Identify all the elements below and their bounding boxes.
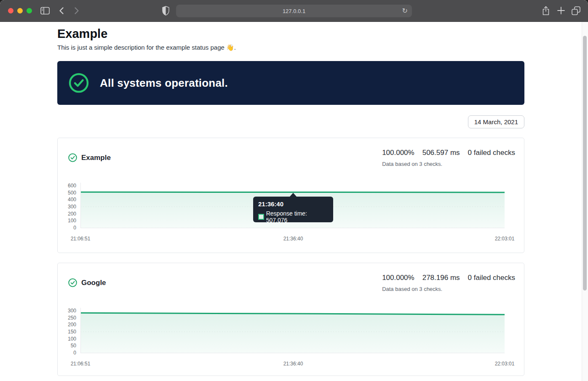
monitor-card-example: Example 100.000% 506.597 ms 0 failed che… [57,138,524,253]
uptime-stat: 100.000% [382,274,414,282]
privacy-shield-icon[interactable] [162,6,169,17]
page-description: This is just a simple description for th… [57,43,236,52]
monitor-name: Example [81,154,111,162]
new-tab-icon[interactable] [557,6,565,16]
address-bar[interactable]: 127.0.0.1 ↻ [176,5,412,17]
date-selector-label: 14 March, 2021 [474,118,518,125]
forward-icon[interactable] [74,7,79,16]
y-tick: 50 [58,342,76,349]
tooltip-row: Response time: 507.076 [258,210,328,224]
x-axis-labels: 21:06:51 21:36:40 22:03:01 [58,236,524,242]
monitor-name: Google [81,279,106,287]
x-tick: 22:03:01 [475,236,534,242]
status-page: Example This is just a simple descriptio… [0,22,588,381]
sidebar-icon[interactable] [40,7,50,16]
monitor-check-icon [68,153,77,162]
x-tick: 21:36:40 [264,361,323,367]
failed-checks-stat: 0 failed checks [468,274,515,282]
monitor-stats: 100.000% 506.597 ms 0 failed checks Data… [382,149,515,167]
y-tick: 200 [58,321,76,328]
tooltip-value: Response time: 507.076 [266,210,328,224]
monitor-stats-row: 100.000% 506.597 ms 0 failed checks [382,149,515,157]
response-time-stat: 278.196 ms [422,274,460,282]
page-content: Example This is just a simple descriptio… [57,22,524,381]
page-description-text: This is just a simple description for th… [57,44,225,51]
date-selector[interactable]: 14 March, 2021 [468,115,524,128]
status-banner: All systems operational. [57,61,524,105]
close-window-button[interactable] [8,8,13,13]
y-tick: 200 [58,210,76,217]
y-tick: 400 [58,196,76,203]
scrollbar-thumb[interactable] [583,36,587,290]
response-time-stat: 506.597 ms [422,149,460,157]
share-icon[interactable] [542,5,550,18]
y-tick: 100 [58,217,76,224]
tab-overview-icon[interactable] [571,6,581,17]
y-tick: 300 [58,203,76,210]
y-tick: 250 [58,314,76,321]
y-tick: 600 [58,182,76,189]
zoom-window-button[interactable] [27,8,32,13]
x-tick: 21:06:51 [51,361,110,367]
scrollbar-track[interactable] [582,22,588,381]
y-tick: 500 [58,189,76,196]
status-banner-text: All systems operational. [100,77,228,90]
x-tick: 22:03:01 [475,361,534,367]
url-text: 127.0.0.1 [283,8,305,14]
waving-hand-emoji: 👋 [226,44,234,51]
y-axis-labels: 600 500 400 300 200 100 0 [58,182,76,231]
y-tick: 150 [58,328,76,335]
check-circle-icon [69,73,89,93]
reload-icon[interactable]: ↻ [402,6,408,16]
chart-tooltip: 21:36:40 Response time: 507.076 [253,197,333,222]
tooltip-time: 21:36:40 [258,200,328,208]
browser-toolbar: 127.0.0.1 ↻ [0,0,588,22]
y-tick: 0 [58,224,76,231]
response-time-chart[interactable] [80,308,505,353]
monitor-stats: 100.000% 278.196 ms 0 failed checks Data… [382,274,515,292]
back-icon[interactable] [59,7,64,16]
page-description-period: . [234,44,236,51]
stats-basis: Data based on 3 checks. [382,161,442,167]
stats-basis: Data based on 3 checks. [382,286,442,292]
uptime-stat: 100.000% [382,149,414,157]
monitor-check-icon [68,278,77,287]
x-tick: 21:06:51 [51,236,110,242]
failed-checks-stat: 0 failed checks [468,149,515,157]
x-tick: 21:36:40 [264,236,323,242]
monitor-header: Google [68,278,106,287]
y-tick: 300 [58,307,76,314]
y-axis-labels: 300 250 200 150 100 50 0 [58,307,76,356]
page-title: Example [57,25,107,42]
monitor-card-google: Google 100.000% 278.196 ms 0 failed chec… [57,263,524,376]
tooltip-series-swatch [258,214,264,220]
browser-window: 127.0.0.1 ↻ Example This is just a [0,0,588,381]
y-tick: 0 [58,349,76,356]
x-axis-labels: 21:06:51 21:36:40 22:03:01 [58,361,524,368]
monitor-stats-row: 100.000% 278.196 ms 0 failed checks [382,274,515,282]
minimize-window-button[interactable] [17,8,23,13]
y-tick: 100 [58,336,76,342]
monitor-header: Example [68,153,111,162]
